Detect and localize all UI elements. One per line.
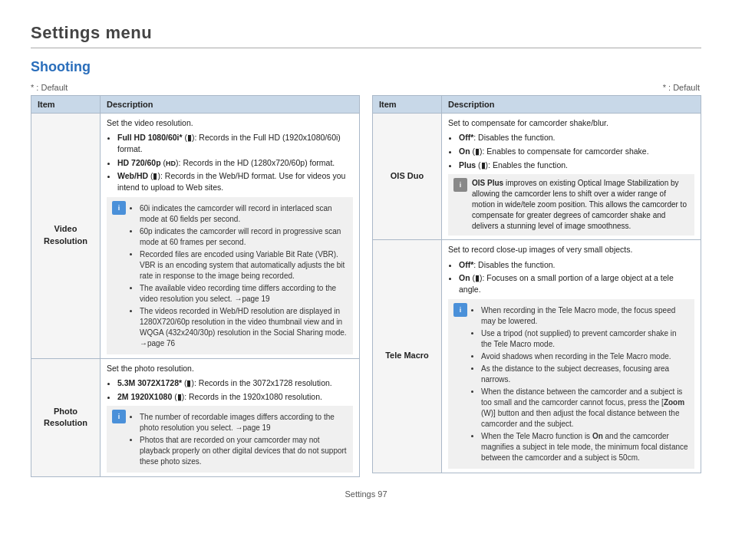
note-icon-2: i bbox=[112, 410, 126, 423]
page-title: Settings menu bbox=[31, 23, 701, 43]
table-row: Tele Macro Set to record close-up images… bbox=[373, 240, 701, 473]
note-icon: i bbox=[112, 201, 126, 215]
title-divider bbox=[31, 48, 701, 48]
table-row: PhotoResolution Set the photo resolution… bbox=[31, 358, 360, 477]
ois-note-icon: i bbox=[453, 178, 467, 192]
default-labels-row: * : Default * : Default bbox=[31, 83, 701, 92]
table-row: OIS Duo Set to compensate for camcorder … bbox=[373, 114, 701, 240]
default-label-right: * : Default bbox=[663, 83, 700, 92]
left-col-desc: Description bbox=[101, 96, 360, 114]
right-table: Item Description OIS Duo Set to compensa… bbox=[372, 95, 701, 473]
note-content-tele: When recording in the Tele Macro mode, t… bbox=[472, 303, 689, 465]
item-photo-resolution: PhotoResolution bbox=[31, 358, 101, 477]
section-title: Shooting bbox=[31, 59, 701, 75]
item-video-resolution: VideoResolution bbox=[31, 114, 101, 359]
default-label-left: * : Default bbox=[31, 83, 68, 92]
right-col-item: Item bbox=[373, 96, 442, 114]
right-col-desc: Description bbox=[442, 96, 701, 114]
ois-note: i OIS Plus improves on existing Optical … bbox=[448, 174, 694, 236]
tables-wrapper: Item Description VideoResolution Set the… bbox=[31, 95, 701, 477]
desc-video-resolution: Set the video resolution. Full HD 1080/6… bbox=[101, 114, 360, 359]
left-table: Item Description VideoResolution Set the… bbox=[31, 95, 360, 477]
note-content: 60i indicates the camcorder will record … bbox=[130, 201, 348, 351]
ois-note-text: OIS Plus improves on existing Optical Im… bbox=[472, 178, 689, 232]
note-icon-tele: i bbox=[453, 303, 467, 317]
page-footer: Settings 97 bbox=[31, 489, 701, 499]
item-tele-macro: Tele Macro bbox=[373, 240, 442, 473]
desc-ois-duo: Set to compensate for camcorder shake/bl… bbox=[442, 114, 701, 240]
desc-photo-resolution: Set the photo resolution. 5.3M 3072X1728… bbox=[101, 358, 360, 477]
left-col-item: Item bbox=[31, 96, 101, 114]
desc-tele-macro: Set to record close-up images of very sm… bbox=[442, 240, 701, 473]
note-content-2: The number of recordable images differs … bbox=[130, 410, 348, 469]
table-row: VideoResolution Set the video resolution… bbox=[31, 114, 360, 359]
item-ois-duo: OIS Duo bbox=[373, 114, 442, 240]
